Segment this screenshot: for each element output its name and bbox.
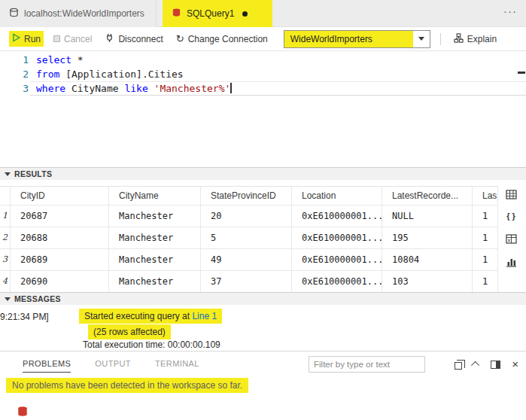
tab-sqlquery1[interactable]: SQLQuery1 (163, 0, 272, 27)
results-export-rail: { } (500, 186, 526, 292)
row-number[interactable]: 2 (0, 227, 11, 249)
change-connection-button[interactable]: ↻ Change Connection (173, 32, 271, 47)
chevron-down-icon (418, 37, 424, 41)
line-1-link[interactable]: Line 1 (192, 311, 217, 321)
grid-cell[interactable]: 20 (201, 205, 292, 227)
grid-cell[interactable]: 0xE610000001... (292, 205, 382, 227)
row-number[interactable]: 1 (0, 205, 11, 227)
message-text: Started executing query at (84, 311, 192, 321)
grid-cell[interactable]: 1 (473, 249, 498, 271)
view-as-chart-icon[interactable] (504, 254, 518, 268)
results-grid: CityID CityName StateProvinceID Location… (0, 186, 498, 292)
results-label: RESULTS (14, 169, 52, 178)
run-button[interactable]: Run (9, 31, 44, 47)
column-header[interactable]: Location (292, 187, 382, 205)
panel-action-icons: × (455, 358, 518, 370)
grid-cell[interactable]: 10804 (382, 249, 473, 271)
grid-cell[interactable]: 5 (201, 227, 292, 249)
problems-filter-input[interactable] (309, 356, 425, 373)
sql-keyword: where (36, 83, 65, 94)
disconnect-label: Disconnect (118, 34, 163, 44)
column-header[interactable]: Las (473, 187, 498, 205)
message-timestamp: 9:21:34 PM] (0, 312, 49, 322)
code-line-3: where CityName like 'Manchester%' (36, 81, 232, 96)
query-toolbar: Run Cancel Disconnect ↻ Change Connectio… (0, 27, 526, 51)
database-selector-dropdown[interactable]: WideWorldImporters (284, 30, 430, 48)
tab-problems[interactable]: PROBLEMS (23, 359, 71, 373)
grid-cell[interactable]: 49 (201, 249, 292, 271)
grid-cell[interactable]: 1 (473, 205, 498, 227)
grid-cell[interactable]: 0xE610000001... (292, 249, 382, 271)
tab-terminal[interactable]: TERMINAL (155, 359, 199, 373)
column-header[interactable]: CityName (109, 187, 201, 205)
grid-cell[interactable]: Manchester (109, 205, 201, 227)
bottom-panel: PROBLEMS OUTPUT TERMINAL × No problems h… (0, 351, 526, 404)
close-panel-icon[interactable]: × (512, 359, 518, 370)
sql-app-icon[interactable] (17, 406, 29, 418)
unsaved-indicator-dot (242, 11, 248, 17)
explain-button[interactable]: Explain (451, 31, 500, 47)
save-as-excel-icon[interactable] (504, 232, 518, 245)
maximize-panel-icon[interactable] (471, 361, 479, 370)
code-line-2: from [Application].Cities (36, 67, 184, 81)
tab-label: SQLQuery1 (187, 8, 234, 19)
run-play-icon (12, 33, 20, 44)
row-number[interactable]: 4 (0, 271, 11, 293)
sql-string-literal: 'Manchester%' (148, 83, 231, 94)
editor-tab-bar: localhost:WideWorldImporters SQLQuery1 ·… (0, 0, 526, 27)
grid-cell[interactable]: 1 (473, 227, 498, 249)
filter-box (309, 356, 425, 373)
grid-cell[interactable]: 20690 (11, 271, 109, 293)
grid-cell[interactable]: Manchester (109, 249, 201, 271)
sql-text: CityName (65, 83, 124, 94)
messages-label: MESSAGES (14, 294, 61, 303)
open-in-editor-icon[interactable] (455, 362, 462, 370)
tab-label: localhost:WideWorldImporters (24, 8, 144, 19)
text-cursor (230, 83, 232, 93)
grid-cell[interactable]: 20689 (11, 249, 109, 271)
disconnect-plug-icon (105, 33, 114, 45)
tab-output[interactable]: OUTPUT (95, 359, 131, 373)
panel-position-icon[interactable] (491, 361, 500, 369)
cancel-label: Cancel (64, 34, 92, 44)
sql-editor-window: localhost:WideWorldImporters SQLQuery1 ·… (0, 0, 526, 420)
messages-section-header[interactable]: MESSAGES (0, 292, 526, 305)
tab-localhost-wideworldimporters[interactable]: localhost:WideWorldImporters (0, 0, 157, 27)
cancel-button[interactable]: Cancel (50, 32, 95, 47)
grid-cell[interactable]: Manchester (109, 227, 201, 249)
grid-cell[interactable]: 0xE610000001... (292, 271, 382, 293)
rownum-header-cell (0, 187, 11, 205)
more-actions-button[interactable]: ··· (503, 5, 517, 17)
grid-cell[interactable]: NULL (382, 205, 473, 227)
database-icon (9, 8, 19, 20)
line-number: 1 (0, 53, 29, 67)
grid-cell[interactable]: 20687 (11, 205, 109, 227)
message-total-time: Total execution time: 00:00:00.109 (83, 339, 220, 350)
save-as-csv-icon[interactable] (504, 187, 518, 201)
column-header[interactable]: LatestRecorde... (382, 187, 473, 205)
sql-editor[interactable]: 1 select * 2 from [Application].Cities 3… (0, 51, 526, 164)
message-rows-affected: (25 rows affected) (88, 324, 171, 339)
grid-cell[interactable]: 0xE610000001... (292, 227, 382, 249)
change-connection-label: Change Connection (188, 34, 268, 44)
results-section-header[interactable]: RESULTS (0, 167, 526, 180)
grid-cell[interactable]: 20688 (11, 227, 109, 249)
row-number[interactable]: 3 (0, 249, 11, 271)
grid-cell[interactable]: 1 (473, 271, 498, 293)
collapse-triangle-icon (5, 297, 11, 301)
line-number: 3 (0, 81, 29, 96)
disconnect-button[interactable]: Disconnect (102, 31, 166, 47)
explain-label: Explain (467, 34, 497, 44)
save-as-json-icon[interactable]: { } (504, 209, 518, 223)
grid-cell[interactable]: 37 (201, 271, 292, 293)
line-number: 2 (0, 67, 29, 81)
grid-cell[interactable]: 103 (382, 271, 473, 293)
column-header[interactable]: CityID (11, 187, 109, 205)
grid-cell[interactable]: 195 (382, 227, 473, 249)
grid-cell[interactable]: Manchester (109, 271, 201, 293)
column-header[interactable]: StateProvinceID (201, 187, 292, 205)
collapse-triangle-icon (5, 172, 11, 176)
change-connection-icon: ↻ (176, 35, 184, 44)
no-problems-message: No problems have been detected in the wo… (6, 378, 248, 393)
sql-text: [Application].Cities (59, 68, 183, 80)
